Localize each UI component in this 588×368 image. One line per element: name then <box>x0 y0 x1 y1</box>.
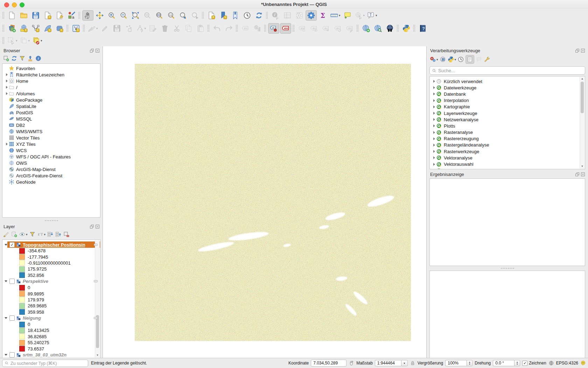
toolbox-group-k-rzlich-verwendet[interactable]: Kürzlich verwendet <box>430 78 585 84</box>
float-panel-icon[interactable] <box>90 48 94 53</box>
browser-item-wfs-ogc-api-features[interactable]: WFS / OGC API - Features <box>2 154 100 160</box>
scroll-up-icon[interactable]: ▲ <box>580 77 584 81</box>
processing-options-button[interactable] <box>484 56 490 63</box>
browser-item-wcs[interactable]: WCS <box>2 147 100 154</box>
lock-scale-icon[interactable] <box>410 360 415 366</box>
metasearch-button[interactable] <box>372 23 384 34</box>
zoom-native-resolution-button[interactable]: 1:1 <box>166 10 177 21</box>
browser-item-r-umliche-lesezeichen[interactable]: Räumliche Lesezeichen <box>2 71 100 78</box>
chevron-down-icon[interactable]: ▾ <box>376 14 377 17</box>
expand-arrow-icon[interactable] <box>5 86 9 89</box>
new-print-layout-button[interactable] <box>42 10 53 21</box>
toolbox-group-vektorauswahl[interactable]: Vektorauswahl <box>430 161 585 167</box>
open-project-button[interactable] <box>18 10 29 21</box>
layer-visibility-checkbox[interactable] <box>9 315 15 321</box>
layer-visibility-checkbox[interactable] <box>9 279 15 284</box>
pan-map-button[interactable] <box>82 10 93 21</box>
new-map-view-button[interactable] <box>206 10 217 21</box>
chevron-down-icon[interactable]: ▾ <box>436 58 438 61</box>
python-console-button[interactable] <box>401 23 412 34</box>
temporal-controller-button[interactable] <box>241 10 253 21</box>
close-panel-icon[interactable] <box>581 172 585 177</box>
filter-legend-button[interactable] <box>29 231 36 238</box>
layer-visibility-checkbox[interactable] <box>9 352 15 357</box>
browser-item-home[interactable]: Home <box>2 78 100 84</box>
data-source-manager-button[interactable] <box>6 23 18 34</box>
toolbox-group-netzwerkanalyse[interactable]: Netzwerkanalyse <box>430 116 585 123</box>
expand-arrow-icon[interactable] <box>432 144 436 146</box>
chevron-down-icon[interactable]: ▾ <box>44 233 46 236</box>
expand-arrow-icon[interactable] <box>432 112 436 115</box>
toolbox-search-input[interactable]: Suche... <box>429 66 585 75</box>
toolbar-grip[interactable] <box>202 12 204 19</box>
scroll-down-icon[interactable]: ▼ <box>580 164 584 169</box>
toolbox-group-interpolation[interactable]: Interpolation <box>430 97 585 104</box>
save-project-button[interactable] <box>30 10 41 21</box>
embedded-widget-indicator-icon[interactable] <box>93 279 99 284</box>
toolbox-group-kartographie[interactable]: Kartographie <box>430 104 585 110</box>
toolbox-group-rasterwerkzeuge[interactable]: Rasterwerkzeuge <box>430 148 585 155</box>
expand-arrow-icon[interactable] <box>432 124 436 127</box>
toolbox-group-datenbank[interactable]: Datenbank <box>430 91 585 97</box>
expand-arrow-icon[interactable] <box>432 93 436 95</box>
refresh-browser-button[interactable] <box>11 55 18 62</box>
refresh-map-button[interactable] <box>253 10 265 21</box>
filter-browser-button[interactable] <box>19 55 26 62</box>
float-panel-icon[interactable] <box>575 172 580 177</box>
collapse-arrow-icon[interactable] <box>4 354 8 356</box>
embedded-widget-indicator-icon[interactable] <box>93 316 99 320</box>
text-annotation-button[interactable]: T▾ <box>366 10 378 21</box>
collapse-all-button[interactable] <box>27 55 34 62</box>
zoom-last-button[interactable] <box>177 10 189 21</box>
browser-item-volumes[interactable]: /Volumes <box>2 90 100 97</box>
toolbar-grip[interactable] <box>2 25 5 32</box>
manage-map-themes-button[interactable]: ▾ <box>19 231 28 238</box>
collapse-arrow-icon[interactable] <box>4 244 8 246</box>
zoom-to-layer-button[interactable] <box>154 10 165 21</box>
layer-item-srtm-38-03-utm32n[interactable]: srtm_38_03_utm32n <box>2 352 100 358</box>
layer-visibility-checkbox[interactable]: ✓ <box>9 242 15 247</box>
chevron-down-icon[interactable]: ▾ <box>41 39 42 42</box>
show-spatial-bookmarks-button[interactable] <box>230 10 241 21</box>
expand-arrow-icon[interactable] <box>432 86 436 89</box>
statistical-summary-button[interactable]: Σ <box>317 10 329 21</box>
layout-manager-button[interactable] <box>54 10 65 21</box>
processing-toolbox-toggle-button[interactable] <box>306 10 317 21</box>
browser-item-mssql[interactable]: MSSQL <box>2 116 100 122</box>
toolbar-grip[interactable] <box>207 25 210 32</box>
expand-arrow-icon[interactable] <box>432 150 436 153</box>
expand-all-button[interactable] <box>47 231 54 238</box>
pin-labels-button[interactable]: ab <box>268 23 279 34</box>
remove-layer-button[interactable] <box>63 231 70 238</box>
expand-arrow-icon[interactable] <box>5 80 9 82</box>
checkbox-checked-icon[interactable]: ✓ <box>522 361 527 366</box>
toolbox-group-rastererzeugung[interactable]: Rastererzeugung <box>430 136 585 142</box>
new-spatialite-layer-button[interactable] <box>42 23 53 34</box>
new-geopackage-layer-button[interactable] <box>18 23 29 34</box>
mouse-position-toggle-icon[interactable] <box>349 360 354 366</box>
locator-search-input[interactable]: Zu suchender Typ (⌘K) <box>2 360 88 367</box>
deselect-all-layers-button[interactable]: ▾ <box>31 35 43 46</box>
toolbar-grip[interactable] <box>2 37 5 45</box>
new-project-button[interactable] <box>6 10 18 21</box>
properties-widget-button[interactable]: i <box>35 55 42 62</box>
browser-item-vector-tiles[interactable]: Vector Tiles <box>2 135 100 141</box>
layer-item-topographischer-positionsindex[interactable]: ✓Topographischer Positionsindex <box>2 241 100 248</box>
chevron-down-icon[interactable]: ▾ <box>401 360 408 366</box>
render-checkbox[interactable]: ✓ Zeichnen <box>522 361 546 366</box>
toolbar-grip[interactable] <box>83 25 85 32</box>
browser-item-geonode[interactable]: GeoNode <box>2 179 100 185</box>
chevron-down-icon[interactable]: ▾ <box>96 27 98 30</box>
chevron-down-icon[interactable]: ▾ <box>363 14 365 17</box>
toolbar-grip[interactable] <box>397 25 399 32</box>
collapse-all-button[interactable] <box>55 231 62 238</box>
expand-arrow-icon[interactable] <box>432 80 436 83</box>
stepper-icons[interactable]: ▲▼ <box>514 360 520 366</box>
search-layers-button[interactable] <box>384 23 396 34</box>
style-manager-button[interactable]: a <box>66 10 77 21</box>
browser-item-geopackage[interactable]: GeoPackage <box>2 97 100 103</box>
scale-combobox[interactable]: 1:944464 ▾ <box>375 360 408 366</box>
new-shapefile-layer-button[interactable] <box>30 23 41 34</box>
results-viewer-button[interactable] <box>465 55 474 64</box>
browser-item-favoriten[interactable]: Favoriten <box>2 65 100 71</box>
